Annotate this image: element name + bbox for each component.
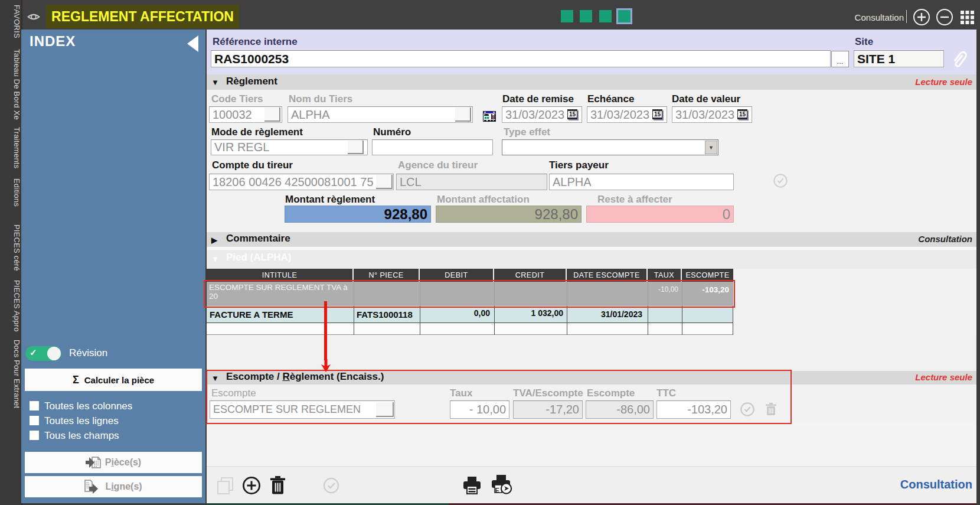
svg-text:E: E (495, 487, 499, 494)
